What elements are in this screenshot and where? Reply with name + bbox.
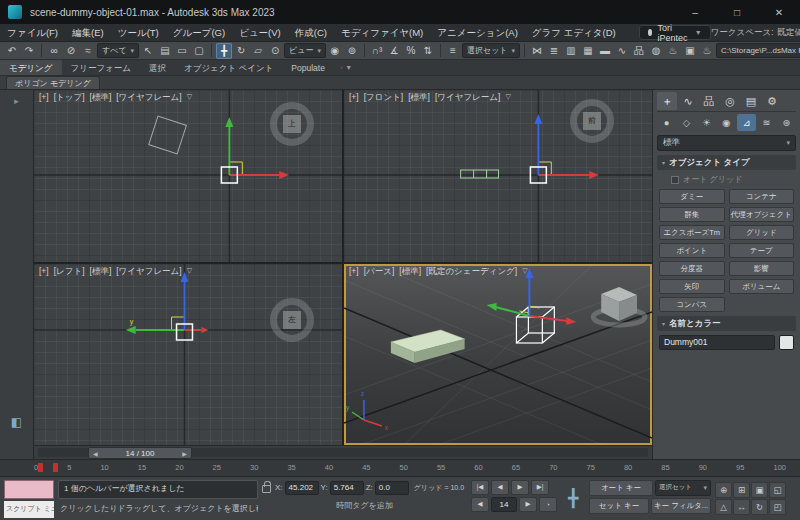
object-type-expose-tm[interactable]: エクスポーズTm — [659, 225, 725, 240]
viewport-pov-menu[interactable]: [パース] — [364, 266, 395, 278]
lights-category-icon[interactable]: ☀ — [697, 114, 716, 131]
select-and-scale-icon[interactable]: ▱ — [250, 43, 266, 59]
utilities-tab[interactable]: ⚙ — [762, 92, 782, 110]
minimize-button[interactable]: – — [674, 0, 716, 24]
viewport-standard-menu[interactable]: [標準] — [90, 266, 112, 278]
viewcube[interactable]: 上 — [270, 102, 314, 146]
z-coordinate-field[interactable]: 0.0 — [375, 481, 409, 495]
object-type-arrow[interactable]: 矢印 — [659, 279, 725, 294]
viewport-filter-icon[interactable]: ▽ — [187, 93, 192, 104]
viewport-pov-menu[interactable]: [レフト] — [54, 266, 85, 278]
selection-region-icon[interactable]: ▭ — [174, 43, 190, 59]
select-and-move-icon[interactable]: ╋ — [216, 43, 232, 59]
current-frame-field[interactable]: 14 — [491, 497, 517, 512]
curve-editor-icon[interactable]: ∿ — [614, 43, 630, 59]
menu-group[interactable]: グループ(G) — [166, 24, 232, 42]
object-color-swatch[interactable] — [779, 335, 794, 350]
viewport-pov-menu[interactable]: [トップ] — [54, 92, 85, 104]
object-type-volume[interactable]: ボリューム — [729, 279, 795, 294]
helper-subcategory-dropdown[interactable]: 標準 ▾ — [657, 135, 796, 151]
ribbon-tab-populate[interactable]: Populate — [282, 60, 334, 75]
viewport-layout-tabs-icon[interactable]: ◧ — [11, 415, 22, 429]
select-and-rotate-icon[interactable]: ↻ — [233, 43, 249, 59]
schematic-view-icon[interactable]: 品 — [631, 43, 647, 59]
project-folder-dropdown[interactable]: C:\Storage\P...dsMax Project ▾ — [716, 43, 800, 58]
zoom-all-icon[interactable]: ⊞ — [733, 482, 750, 498]
systems-category-icon[interactable]: ⊛ — [777, 114, 796, 131]
viewport-shading-menu[interactable]: [ワイヤフレーム] — [116, 266, 181, 278]
menu-create[interactable]: 作成(C) — [288, 24, 334, 42]
toggle-ribbon-icon[interactable]: ▬ — [597, 43, 613, 59]
object-type-dummy[interactable]: ダミー — [659, 189, 725, 204]
spinner-snap-icon[interactable]: ⇅ — [420, 43, 436, 59]
modify-tab[interactable]: ∿ — [678, 92, 698, 110]
object-type-rollout-header[interactable]: ▾ オブジェクト タイプ — [657, 155, 796, 170]
material-editor-icon[interactable]: ◍ — [648, 43, 664, 59]
viewport-filter-icon[interactable]: ▽ — [522, 267, 527, 278]
viewport-pov-menu[interactable]: [フロント] — [364, 92, 404, 104]
viewport-general-menu[interactable]: [+] — [349, 92, 359, 104]
menu-modifiers[interactable]: モディファイヤ(M) — [334, 24, 430, 42]
lock-selection-icon[interactable] — [262, 485, 271, 493]
ribbon-minimize-icon[interactable]: ▾ — [347, 63, 351, 72]
go-to-end-button[interactable]: ▶| — [531, 480, 549, 495]
x-coordinate-field[interactable]: 45.202 — [285, 481, 319, 495]
object-type-point[interactable]: ポイント — [659, 243, 725, 258]
select-by-name-icon[interactable]: ▤ — [157, 43, 173, 59]
named-selection-sets-dropdown[interactable]: 選択セット▾ — [462, 43, 520, 58]
maximize-viewport-icon[interactable]: ◰ — [769, 499, 786, 515]
viewcube-face[interactable]: 上 — [283, 115, 301, 133]
window-crossing-icon[interactable]: ▢ — [191, 43, 207, 59]
viewport-filter-icon[interactable]: ▽ — [187, 267, 192, 278]
create-tab[interactable]: ＋ — [657, 92, 677, 110]
unlink-selection-icon[interactable]: ⊘ — [63, 43, 79, 59]
object-type-crowd[interactable]: 群集 — [659, 207, 725, 222]
time-slider-handle[interactable]: ◀ 14 / 100 ▶ — [88, 447, 192, 459]
viewport-standard-menu[interactable]: [標準] — [399, 266, 421, 278]
snap-toggle-3d-icon[interactable]: ∩³ — [369, 43, 385, 59]
polygon-modeling-tab[interactable]: ポリゴン モデリング — [6, 76, 100, 89]
viewport-front[interactable]: [+][フロント][標準][ワイヤフレーム]▽ — [344, 90, 652, 262]
select-and-manipulate-icon[interactable]: ⊚ — [344, 43, 360, 59]
helpers-category-icon[interactable]: ⊿ — [737, 114, 756, 131]
autogrid-checkbox[interactable]: オート グリッド — [671, 174, 796, 185]
selection-filter-dropdown[interactable]: すべて▾ — [97, 43, 139, 58]
mirror-icon[interactable]: ⋈ — [529, 43, 545, 59]
close-button[interactable]: ✕ — [758, 0, 800, 24]
viewport-top[interactable]: [+][トップ][標準][ワイヤフレーム]▽ — [34, 90, 342, 262]
next-frame-arrow-icon[interactable]: ▶ — [182, 450, 187, 457]
viewport-left[interactable]: [+][レフト][標準][ワイヤフレーム]▽ y — [34, 264, 342, 445]
auto-key-button[interactable]: オート キー — [589, 480, 653, 496]
field-of-view-icon[interactable]: △ — [715, 499, 732, 515]
menu-tools[interactable]: ツール(T) — [111, 24, 166, 42]
time-slider[interactable]: ◀ 14 / 100 ▶ — [34, 445, 652, 459]
viewport-general-menu[interactable]: [+] — [39, 92, 49, 104]
zoom-icon[interactable]: ⊕ — [715, 482, 732, 498]
reference-coordinate-dropdown[interactable]: ビュー▾ — [284, 43, 326, 58]
menu-file[interactable]: ファイル(F) — [0, 24, 65, 42]
menu-views[interactable]: ビュー(V) — [232, 24, 288, 42]
menu-animation[interactable]: アニメーション(A) — [430, 24, 525, 42]
viewcube-face[interactable]: 前 — [583, 112, 601, 130]
space-warps-category-icon[interactable]: ≋ — [757, 114, 776, 131]
previous-frame-arrow-icon[interactable]: ◀ — [93, 450, 98, 457]
viewport-filter-icon[interactable]: ▽ — [505, 93, 510, 104]
toggle-scene-explorer-icon[interactable]: ▥ — [563, 43, 579, 59]
object-name-field[interactable]: Dummy001 — [659, 335, 775, 350]
ribbon-tab-selection[interactable]: 選択 — [140, 60, 175, 75]
undo-icon[interactable]: ↶ — [4, 43, 20, 59]
y-coordinate-field[interactable]: 5.764 — [330, 481, 364, 495]
workspace-selector[interactable]: ワークスペース: 既定値 ▾ — [711, 27, 800, 39]
bind-to-space-warp-icon[interactable]: ≈ — [80, 43, 96, 59]
ribbon-tab-freeform[interactable]: フリーフォーム — [62, 60, 141, 75]
viewport-standard-menu[interactable]: [標準] — [408, 92, 430, 104]
viewcube[interactable]: 前 — [570, 99, 614, 143]
viewport-shading-menu[interactable]: [ワイヤフレーム] — [435, 92, 500, 104]
orbit-icon[interactable]: ↻ — [751, 499, 768, 515]
time-configuration-icon[interactable]: ◔ — [539, 497, 557, 512]
angle-snap-icon[interactable]: ∡ — [386, 43, 402, 59]
viewcube-face[interactable]: 左 — [283, 311, 301, 329]
viewport-shading-menu[interactable]: [ワイヤフレーム] — [116, 92, 181, 104]
viewport-perspective[interactable]: [+][パース][標準][既定のシェーディング]▽ — [344, 264, 652, 445]
name-color-rollout-header[interactable]: ▾ 名前とカラー — [657, 316, 796, 331]
